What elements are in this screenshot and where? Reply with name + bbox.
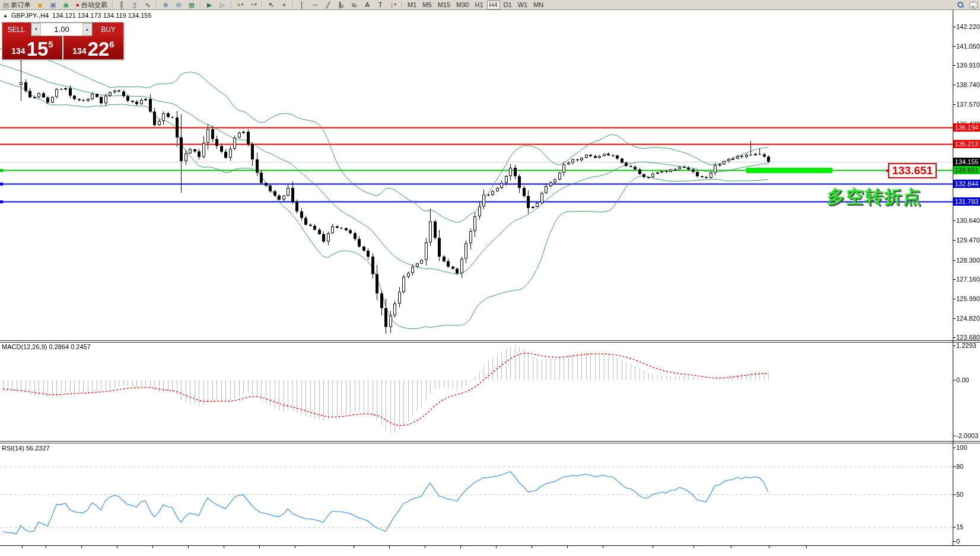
turning-point-note[interactable]: 多空转折点 — [827, 185, 922, 209]
mt4-window: ▤新订单◆▣◉●自动交易║▯∿⊕⊖▦▶▷+▾◔▾↖+│─╱∥E≡FAT↕▾M1M… — [0, 0, 980, 556]
arrows-icon[interactable]: ↕▾ — [387, 0, 399, 9]
signals-icon[interactable]: ◉ — [60, 0, 72, 9]
bucket-icon: ◆ — [37, 2, 42, 8]
toolbar-separator — [262, 1, 263, 8]
price-level-note[interactable]: 133.651 — [888, 163, 937, 178]
sell-button[interactable]: SELL — [2, 23, 31, 36]
bucket-icon[interactable]: ◆ — [34, 0, 46, 9]
volume-decrease-button[interactable]: ▼ — [31, 23, 41, 36]
support-highlight-bar[interactable] — [746, 168, 832, 173]
zoom-out-icon[interactable]: ⊖ — [173, 0, 184, 9]
sell-price-big: 15 — [27, 41, 49, 57]
candlestick-chart-icon: ▯ — [133, 2, 136, 8]
cursor-icon: ↖ — [268, 2, 273, 8]
search-icon[interactable] — [954, 0, 966, 9]
tile-windows-icon[interactable]: ▦ — [186, 0, 198, 9]
label-icon: T — [378, 2, 383, 8]
indicators-icon[interactable]: +▾ — [234, 0, 246, 9]
main-toolbar: ▤新订单◆▣◉●自动交易║▯∿⊕⊖▦▶▷+▾◔▾↖+│─╱∥E≡FAT↕▾M1M… — [0, 0, 980, 10]
indicators-icon: + — [237, 2, 240, 8]
symbol-info-line: ▲ GBPJPY-,H4 134.121 134.173 134.119 134… — [3, 12, 152, 19]
volume-increase-button[interactable]: ▲ — [82, 23, 92, 36]
zoom-in-icon[interactable]: ⊕ — [160, 0, 171, 9]
dropdown-caret-icon[interactable]: ▾ — [394, 2, 396, 7]
bar-chart-icon[interactable]: ║ — [116, 0, 128, 9]
chart-shift-icon[interactable]: ▷ — [217, 0, 228, 9]
chart-canvas[interactable] — [0, 0, 980, 556]
buy-price[interactable]: 134 22 6 — [63, 36, 123, 59]
toolbar-separator — [200, 1, 201, 8]
toolbar-separator — [231, 1, 232, 8]
tile-windows-icon: ▦ — [189, 2, 195, 8]
dropdown-caret-icon[interactable]: ▾ — [254, 2, 257, 7]
trendline-icon: ╱ — [326, 2, 330, 8]
fibonacci-icon[interactable]: ≡F — [348, 0, 360, 9]
trendline-icon[interactable]: ╱ — [322, 0, 334, 9]
arrows-icon: ↕ — [390, 2, 394, 8]
periods-icon: ◔ — [250, 2, 254, 8]
timeframe-button-h4[interactable]: H4 — [487, 1, 500, 9]
chat-icon[interactable] — [968, 0, 979, 9]
auto-scroll-icon: ▶ — [207, 2, 212, 8]
chat-icon — [969, 2, 978, 8]
sell-price-prefix: 134 — [11, 46, 25, 56]
toolbar-separator — [292, 1, 294, 8]
line-chart-icon: ∿ — [145, 2, 150, 8]
toolbar-separator — [156, 1, 157, 8]
symbol-ohlc: 134.121 134.173 134.119 134.155 — [52, 12, 151, 19]
one-click-trading-panel: SELL ▼ 1.00 ▲ BUY 134 15 5 134 22 6 — [2, 22, 124, 60]
text-icon[interactable]: A — [361, 0, 373, 9]
timeframe-button-h1[interactable]: H1 — [472, 1, 485, 9]
new-order-button[interactable]: ▤新订单 — [1, 1, 33, 9]
timeframe-button-w1[interactable]: W1 — [516, 1, 530, 9]
periods-icon[interactable]: ◔▾ — [247, 0, 259, 9]
volume-stepper: ▼ 1.00 ▲ — [31, 23, 93, 36]
channel-icon[interactable]: ∥E — [335, 0, 347, 9]
horizontal-line-icon[interactable]: ─ — [309, 0, 321, 9]
volume-input[interactable]: 1.00 — [41, 23, 82, 36]
candlestick-chart-icon[interactable]: ▯ — [129, 0, 141, 9]
autotrading-button-label: 自动交易 — [81, 1, 107, 9]
profiles-icon[interactable]: ▣ — [47, 0, 59, 9]
text-icon: A — [365, 2, 369, 8]
buy-price-prefix: 134 — [72, 46, 86, 56]
collapse-icon[interactable]: ▲ — [3, 13, 8, 18]
autotrading-button[interactable]: ●自动交易 — [73, 1, 110, 9]
timeframe-button-m5[interactable]: M5 — [420, 1, 434, 9]
sell-price-sup: 5 — [48, 39, 53, 49]
autotrading-button: ● — [75, 1, 79, 8]
zoom-in-icon: ⊕ — [163, 2, 168, 8]
timeframe-button-m15[interactable]: M15 — [435, 1, 453, 9]
line-chart-icon[interactable]: ∿ — [142, 0, 154, 9]
crosshair-icon: + — [282, 2, 286, 8]
buy-button[interactable]: BUY — [93, 23, 123, 36]
vertical-line-icon[interactable]: │ — [296, 0, 308, 9]
sell-price[interactable]: 134 15 5 — [2, 36, 62, 59]
timeframe-button-m30[interactable]: M30 — [454, 1, 471, 9]
timeframe-button-m1[interactable]: M1 — [405, 1, 419, 9]
new-order-button: ▤ — [3, 1, 9, 9]
search-icon — [957, 2, 963, 8]
profiles-icon: ▣ — [50, 2, 56, 8]
timeframe-button-d1[interactable]: D1 — [501, 1, 514, 9]
horizontal-line-icon: ─ — [313, 2, 317, 8]
symbol-name: GBPJPY-,H4 — [11, 12, 49, 19]
signals-icon: ◉ — [63, 2, 69, 8]
timeframe-button-mn[interactable]: MN — [531, 1, 546, 9]
dropdown-caret-icon[interactable]: ▾ — [241, 2, 244, 7]
new-order-button-label: 新订单 — [11, 1, 30, 9]
buy-price-big: 22 — [88, 41, 110, 57]
toolbar-separator — [402, 1, 403, 8]
zoom-out-icon: ⊖ — [176, 2, 181, 8]
chart-shift-icon: ▷ — [220, 2, 225, 8]
bar-chart-icon: ║ — [119, 2, 124, 8]
buy-price-sup: 6 — [109, 39, 114, 49]
toolbar-separator — [112, 1, 113, 8]
label-icon[interactable]: T — [374, 0, 386, 9]
auto-scroll-icon[interactable]: ▶ — [203, 0, 215, 9]
vertical-line-icon: │ — [300, 2, 304, 8]
crosshair-icon[interactable]: + — [278, 0, 290, 9]
cursor-icon[interactable]: ↖ — [265, 0, 277, 9]
